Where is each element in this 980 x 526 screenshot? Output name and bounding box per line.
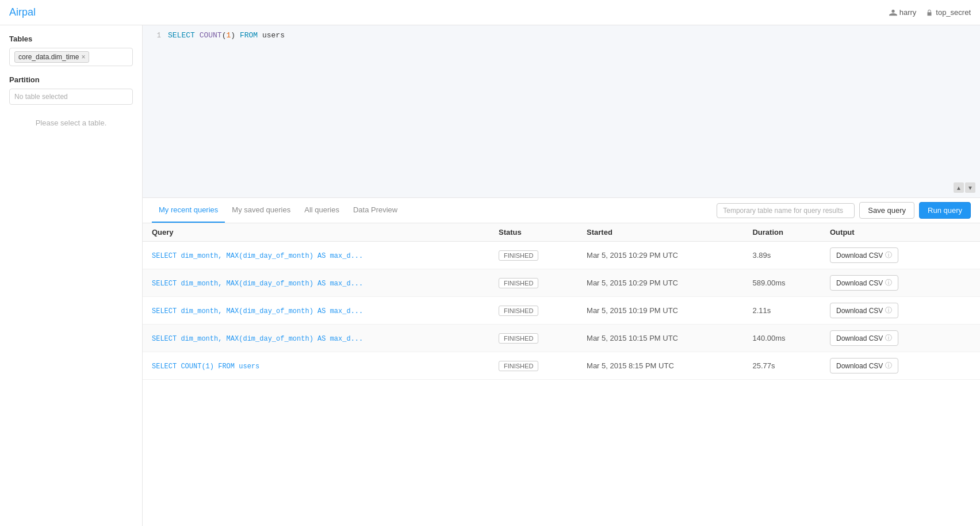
tables-section-title: Tables — [9, 35, 133, 43]
output-cell: Download CSV ⓘ — [821, 352, 952, 380]
table-row: SELECT COUNT(1) FROM users FINISHED Mar … — [143, 352, 980, 380]
remove-table-button[interactable]: × — [81, 54, 85, 60]
started-cell: Mar 5, 2015 10:29 PM UTC — [577, 269, 743, 297]
status-badge: FINISHED — [499, 361, 538, 371]
download-csv-button[interactable]: Download CSV ⓘ — [830, 303, 898, 318]
code-from: FROM — [240, 30, 258, 41]
tab-data-preview[interactable]: Data Preview — [346, 198, 404, 223]
tab-my-recent-queries[interactable]: My recent queries — [152, 198, 225, 223]
duration-cell: 3.89s — [743, 242, 821, 269]
col-started: Started — [577, 223, 743, 242]
editor-resize-controls: ▲ ▼ — [954, 182, 975, 193]
table-row: SELECT dim_month, MAX(dim_day_of_month) … — [143, 297, 980, 325]
run-query-button[interactable]: Run query — [919, 202, 971, 219]
results-table: Query Status Started Duration Output SEL… — [143, 223, 980, 526]
download-csv-button[interactable]: Download CSV ⓘ — [830, 358, 898, 373]
query-cell[interactable]: SELECT COUNT(1) FROM users — [143, 352, 489, 380]
table-tag[interactable]: core_data.dim_time × — [14, 51, 89, 63]
code-table: users — [262, 30, 285, 41]
query-link[interactable]: SELECT dim_month, MAX(dim_day_of_month) … — [152, 252, 363, 260]
code-paren-open: ( — [222, 30, 227, 41]
info-icon: ⓘ — [885, 250, 892, 260]
status-badge: FINISHED — [499, 250, 538, 261]
please-select-message: Please select a table. — [9, 119, 133, 127]
table-tag-container[interactable]: core_data.dim_time × — [9, 48, 133, 66]
tabs-list: My recent queries My saved queries All q… — [152, 198, 404, 223]
col-duration: Duration — [743, 223, 821, 242]
user-item: harry — [889, 8, 917, 17]
tab-my-saved-queries[interactable]: My saved queries — [225, 198, 297, 223]
query-cell[interactable]: SELECT dim_month, MAX(dim_day_of_month) … — [143, 325, 489, 352]
editor-area[interactable]: 1 SELECT COUNT(1) FROM users ▲ ▼ — [143, 25, 980, 198]
download-csv-button[interactable]: Download CSV ⓘ — [830, 330, 898, 346]
output-cell: Download CSV ⓘ — [821, 269, 952, 297]
duration-cell: 140.00ms — [743, 325, 821, 352]
info-icon: ⓘ — [885, 361, 892, 371]
bottom-panel: My recent queries My saved queries All q… — [143, 198, 980, 526]
code-arg: 1 — [226, 30, 231, 41]
queries-table: Query Status Started Duration Output SEL… — [143, 223, 980, 380]
logo: Airpal — [9, 6, 36, 18]
status-cell: FINISHED — [489, 352, 577, 380]
table-row: SELECT dim_month, MAX(dim_day_of_month) … — [143, 242, 980, 269]
duration-cell: 25.77s — [743, 352, 821, 380]
status-cell: FINISHED — [489, 325, 577, 352]
partition-section-title: Partition — [9, 75, 133, 84]
output-cell: Download CSV ⓘ — [821, 297, 952, 325]
duration-cell: 589.00ms — [743, 269, 821, 297]
query-cell[interactable]: SELECT dim_month, MAX(dim_day_of_month) … — [143, 297, 489, 325]
line-number-1: 1 — [147, 30, 161, 41]
temp-table-input[interactable] — [717, 203, 855, 218]
info-icon: ⓘ — [885, 278, 892, 288]
header: Airpal harry top_secret — [0, 0, 980, 25]
info-icon: ⓘ — [885, 333, 892, 343]
lock-icon — [925, 9, 933, 17]
code-line-1: 1 SELECT COUNT(1) FROM users — [143, 30, 980, 41]
username-label: harry — [899, 8, 917, 17]
output-cell: Download CSV ⓘ — [821, 242, 952, 269]
editor-content[interactable]: 1 SELECT COUNT(1) FROM users — [143, 25, 980, 46]
query-link[interactable]: SELECT dim_month, MAX(dim_day_of_month) … — [152, 335, 363, 343]
query-link[interactable]: SELECT dim_month, MAX(dim_day_of_month) … — [152, 307, 363, 315]
started-cell: Mar 5, 2015 10:19 PM UTC — [577, 297, 743, 325]
download-csv-button[interactable]: Download CSV ⓘ — [830, 247, 898, 263]
partition-input[interactable] — [9, 89, 133, 105]
code-count: COUNT — [200, 30, 222, 41]
table-row: SELECT dim_month, MAX(dim_day_of_month) … — [143, 325, 980, 352]
extra-cell — [952, 269, 980, 297]
save-query-button[interactable]: Save query — [859, 202, 914, 219]
resize-up-button[interactable]: ▲ — [954, 182, 964, 193]
query-link[interactable]: SELECT dim_month, MAX(dim_day_of_month) … — [152, 280, 363, 288]
sidebar: Tables core_data.dim_time × Partition Pl… — [0, 25, 143, 526]
duration-cell: 2.11s — [743, 297, 821, 325]
query-link[interactable]: SELECT COUNT(1) FROM users — [152, 363, 259, 371]
info-icon: ⓘ — [885, 306, 892, 315]
col-query: Query — [143, 223, 489, 242]
resize-down-button[interactable]: ▼ — [965, 182, 975, 193]
status-cell: FINISHED — [489, 297, 577, 325]
status-badge: FINISHED — [499, 306, 538, 316]
download-csv-button[interactable]: Download CSV ⓘ — [830, 275, 898, 291]
status-cell: FINISHED — [489, 269, 577, 297]
tab-all-queries[interactable]: All queries — [297, 198, 346, 223]
schema-label: top_secret — [936, 8, 971, 17]
query-cell[interactable]: SELECT dim_month, MAX(dim_day_of_month) … — [143, 269, 489, 297]
layout: Tables core_data.dim_time × Partition Pl… — [0, 25, 980, 526]
code-paren-close: ) — [231, 30, 235, 41]
status-badge: FINISHED — [499, 333, 538, 344]
code-select: SELECT — [168, 30, 195, 41]
table-body: SELECT dim_month, MAX(dim_day_of_month) … — [143, 242, 980, 380]
col-status: Status — [489, 223, 577, 242]
col-extra — [952, 223, 980, 242]
status-cell: FINISHED — [489, 242, 577, 269]
extra-cell — [952, 325, 980, 352]
query-cell[interactable]: SELECT dim_month, MAX(dim_day_of_month) … — [143, 242, 489, 269]
user-icon — [889, 9, 897, 17]
tabs-toolbar: My recent queries My saved queries All q… — [143, 198, 980, 223]
started-cell: Mar 5, 2015 8:15 PM UTC — [577, 352, 743, 380]
extra-cell — [952, 242, 980, 269]
main-content: 1 SELECT COUNT(1) FROM users ▲ ▼ My rece… — [143, 25, 980, 526]
table-head: Query Status Started Duration Output — [143, 223, 980, 242]
schema-item: top_secret — [925, 8, 971, 17]
status-badge: FINISHED — [499, 278, 538, 288]
